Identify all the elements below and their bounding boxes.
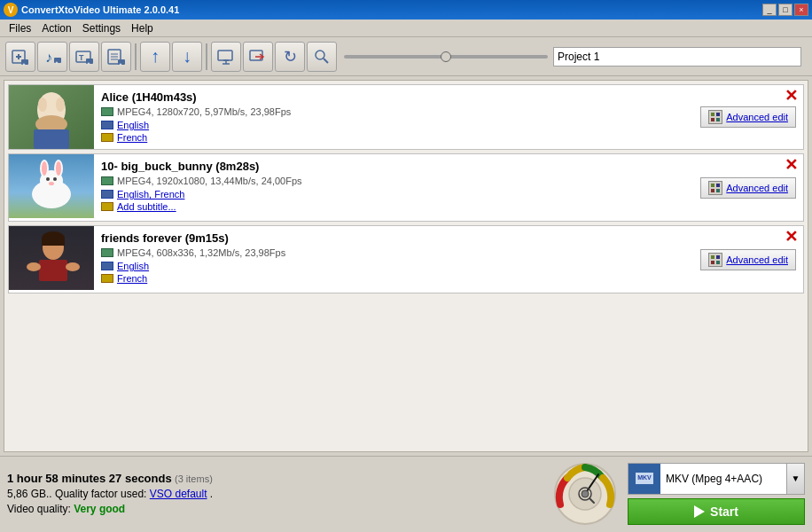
svg-text:+: + <box>23 60 26 66</box>
status-info: 1 hour 58 minutes 27 seconds (3 items) 5… <box>7 472 543 515</box>
svg-point-29 <box>38 98 47 112</box>
svg-text:♪: ♪ <box>45 50 52 65</box>
subtitle-language-link[interactable]: French <box>117 132 147 143</box>
subtitle-language-link[interactable]: French <box>117 273 147 284</box>
menu-settings[interactable]: Settings <box>77 20 126 36</box>
add-text-button[interactable]: T + <box>69 42 99 72</box>
format-icon: MKV <box>629 464 660 494</box>
title-bar: V ConvertXtoVideo Ultimate 2.0.0.41 _ □ … <box>0 0 812 20</box>
toolbar-separator-2 <box>206 43 207 70</box>
svg-point-42 <box>56 161 61 176</box>
advanced-edit-icon <box>708 181 722 195</box>
video-meta: MPEG4, 1920x1080, 13,44Mb/s, 24,00Fps <box>101 176 686 186</box>
advanced-edit-button[interactable]: Advanced edit <box>700 106 796 128</box>
zoom-slider[interactable] <box>344 55 548 59</box>
preview-button[interactable] <box>211 42 241 72</box>
maximize-button[interactable]: □ <box>778 4 792 16</box>
video-quality-value: Very good <box>74 503 125 515</box>
svg-rect-33 <box>716 113 720 116</box>
advanced-edit-button[interactable]: Advanced edit <box>700 249 796 270</box>
advanced-edit-button[interactable]: Advanced edit <box>700 177 796 199</box>
add-file-button[interactable]: + <box>5 42 35 72</box>
video-meta: MPEG4, 608x336, 1,32Mb/s, 23,98Fps <box>101 247 686 258</box>
svg-text:+: + <box>88 59 90 65</box>
chapters-button[interactable]: + <box>101 42 131 72</box>
video-subtitle: Add subtitle... <box>101 201 686 212</box>
video-info: Alice (1H40m43s) MPEG4, 1280x720, 5,97Mb… <box>94 85 693 149</box>
remove-video-button[interactable]: ✕ <box>785 229 798 245</box>
zoom-slider-thumb <box>441 51 451 62</box>
svg-rect-48 <box>711 189 714 192</box>
video-quality-line: Video quality: Very good <box>7 503 543 515</box>
svg-rect-49 <box>716 189 720 192</box>
video-audio: English <box>101 120 686 130</box>
quality-prefix: Quality factor used: <box>55 488 146 500</box>
svg-point-44 <box>53 177 57 181</box>
menu-action[interactable]: Action <box>36 20 76 36</box>
svg-rect-46 <box>711 184 714 187</box>
video-thumbnail <box>9 85 94 149</box>
svg-line-25 <box>324 59 328 63</box>
title-bar-left: V ConvertXtoVideo Ultimate 2.0.0.41 <box>4 3 179 17</box>
video-thumbnail <box>9 226 94 293</box>
start-button[interactable]: Start <box>628 498 805 525</box>
status-size-line: 5,86 GB.. Quality factor used: VSO defau… <box>7 488 543 500</box>
format-dropdown-button[interactable]: ▼ <box>786 464 804 494</box>
svg-rect-31 <box>34 129 69 149</box>
audio-language-link[interactable]: English <box>117 120 149 130</box>
move-down-button[interactable]: ↓ <box>172 42 202 72</box>
quality-gauge <box>550 458 621 529</box>
move-up-button[interactable]: ↑ <box>140 42 170 72</box>
remove-video-button[interactable]: ✕ <box>785 88 798 104</box>
video-audio: English <box>101 261 686 271</box>
toolbar: + ♪ + T + + ↑ ↓ <box>0 37 812 76</box>
audio-icon <box>101 262 113 270</box>
svg-point-43 <box>46 177 50 181</box>
subtitle-icon <box>101 202 113 211</box>
svg-point-56 <box>66 262 80 271</box>
search-button[interactable] <box>307 42 337 72</box>
video-quality-label: Video quality: <box>7 503 71 515</box>
video-subtitle: French <box>101 132 686 143</box>
video-subtitle: French <box>101 273 686 284</box>
project-name-input[interactable] <box>553 47 801 66</box>
svg-point-24 <box>316 51 324 59</box>
svg-rect-59 <box>711 261 714 264</box>
close-button[interactable]: × <box>794 4 808 16</box>
refresh-button[interactable]: ↻ <box>275 42 305 72</box>
video-format-icon <box>101 107 113 116</box>
main-content: Alice (1H40m43s) MPEG4, 1280x720, 5,97Mb… <box>4 80 808 452</box>
quality-suffix: . <box>210 488 213 500</box>
audio-language-link[interactable]: English, French <box>117 189 184 200</box>
svg-rect-60 <box>716 261 720 264</box>
video-title: friends forever (9m15s) <box>101 231 686 245</box>
add-music-button[interactable]: ♪ + <box>37 42 67 72</box>
video-thumbnail <box>9 154 94 221</box>
svg-rect-53 <box>42 239 65 246</box>
start-play-icon <box>694 505 705 518</box>
menu-files[interactable]: Files <box>4 20 36 36</box>
status-bar: 1 hour 58 minutes 27 seconds (3 items) 5… <box>0 456 812 530</box>
svg-text:T: T <box>79 53 84 62</box>
svg-rect-57 <box>711 255 714 259</box>
remove-video-button[interactable]: ✕ <box>785 157 798 173</box>
video-item: Alice (1H40m43s) MPEG4, 1280x720, 5,97Mb… <box>8 84 804 150</box>
toolbar-slider-area <box>339 47 807 66</box>
svg-rect-58 <box>716 255 720 259</box>
title-bar-controls: _ □ × <box>762 4 808 16</box>
svg-rect-35 <box>716 118 720 121</box>
quality-link[interactable]: VSO default <box>150 488 207 500</box>
svg-rect-32 <box>711 113 714 116</box>
export-button[interactable] <box>243 42 273 72</box>
add-subtitle-link[interactable]: Add subtitle... <box>117 201 176 212</box>
svg-rect-34 <box>711 118 714 121</box>
advanced-edit-icon <box>708 253 722 267</box>
format-label: MKV (Mpeg 4+AAC) <box>660 473 786 485</box>
video-item: 10- big_buck_bunny (8m28s) MPEG4, 1920x1… <box>8 153 804 222</box>
svg-point-55 <box>27 262 41 271</box>
minimize-button[interactable]: _ <box>762 4 777 16</box>
video-format-icon <box>101 176 113 185</box>
audio-language-link[interactable]: English <box>117 261 149 271</box>
menu-help[interactable]: Help <box>126 20 159 36</box>
svg-text:+: + <box>56 59 59 64</box>
